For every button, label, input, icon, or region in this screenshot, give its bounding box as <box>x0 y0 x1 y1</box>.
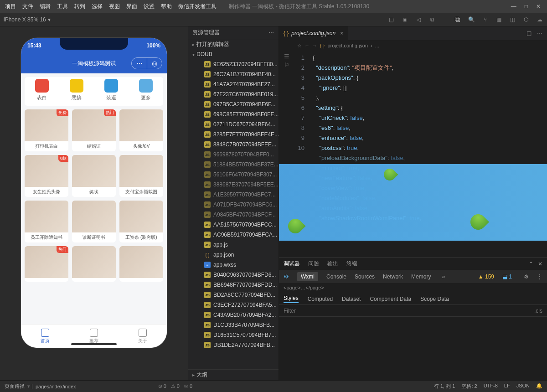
template-card[interactable]: 诊断证明书 <box>72 201 116 242</box>
file-item[interactable]: JS02711DC6707094BF64... <box>188 119 279 129</box>
file-item[interactable]: JSapp.js <box>188 240 279 250</box>
page-path-label[interactable]: 页面路径 <box>5 383 25 390</box>
tablet-icon[interactable]: ▢ <box>387 16 395 23</box>
status-item[interactable]: 行 1, 列 1 <box>434 383 455 390</box>
more-tabs-icon[interactable]: » <box>442 273 445 280</box>
file-item[interactable]: JSDB1DE2A7707094BFB... <box>188 340 279 350</box>
menu-编辑[interactable]: 编辑 <box>36 0 54 13</box>
file-item[interactable]: JS67F237C6707094BF019... <box>188 89 279 99</box>
debug-tab[interactable]: 终端 <box>346 260 357 268</box>
category-item[interactable]: 表白 <box>35 79 49 101</box>
mute-icon[interactable]: ◁ <box>415 16 422 23</box>
style-tab[interactable]: Component Data <box>370 296 411 302</box>
extensions-icon[interactable]: ▦ <box>495 16 502 23</box>
devtool-tab[interactable]: Console <box>326 273 346 280</box>
menu-界面[interactable]: 界面 <box>123 0 140 13</box>
editor-tab-active[interactable]: { } project.config.json × <box>279 26 348 40</box>
file-item[interactable]: JSD1CD33B4707094BFB... <box>188 320 279 330</box>
style-tab[interactable]: Scope Data <box>420 296 449 302</box>
menu-项目[interactable]: 项目 <box>2 0 19 13</box>
outline-section[interactable]: ▸大纲 <box>188 369 279 380</box>
devtool-tab[interactable]: Network <box>383 273 403 280</box>
kebab-icon[interactable]: ⋮ <box>537 273 542 280</box>
devtool-tab[interactable]: Sources <box>355 273 375 280</box>
debug-tab[interactable]: 调试器 <box>284 260 300 268</box>
category-item[interactable]: 恶搞 <box>70 79 83 101</box>
back-icon[interactable]: ← <box>304 43 310 48</box>
debug-tab[interactable]: 输出 <box>327 260 338 268</box>
search-icon[interactable]: 🔍 <box>468 16 475 23</box>
file-item[interactable]: JS097B5CA2707094BF6F... <box>188 99 279 109</box>
capsule-close-icon[interactable]: ◎ <box>147 57 162 69</box>
maximize-icon[interactable]: □ <box>525 3 528 10</box>
fold-icon[interactable]: ☰ <box>284 53 289 60</box>
file-item[interactable]: JSD16531C5707094BFB7... <box>188 330 279 340</box>
file-item[interactable]: JSA1E39597707094BFC7... <box>188 190 279 200</box>
minimize-icon[interactable]: — <box>511 3 516 10</box>
chevron-up-icon[interactable]: ⌃ <box>529 261 533 267</box>
template-card[interactable]: 头像加V <box>119 109 163 151</box>
open-editors-section[interactable]: ▸打开的编辑器 <box>188 39 279 49</box>
menu-视图[interactable]: 视图 <box>106 0 123 13</box>
cls-button[interactable]: .cls <box>534 308 542 314</box>
file-item[interactable]: JS698C85F7707094BF0FE... <box>188 109 279 119</box>
template-card[interactable]: 支付宝余额截图 <box>119 155 163 197</box>
menu-设置[interactable]: 设置 <box>140 0 158 13</box>
debug-tab[interactable]: 问题 <box>308 260 319 268</box>
menu-工具[interactable]: 工具 <box>54 0 71 13</box>
category-item[interactable]: 更多 <box>139 79 153 101</box>
template-card[interactable]: 员工开除通知书 <box>25 201 68 242</box>
tab-close-icon[interactable]: × <box>340 30 343 36</box>
warning-icon[interactable]: ⚠ 0 <box>171 383 180 389</box>
file-item[interactable]: JS8285E7E7707094BFE4E... <box>188 129 279 139</box>
bookmark-icon[interactable]: ☆ <box>297 43 302 49</box>
template-card[interactable] <box>119 246 163 282</box>
template-card[interactable] <box>72 246 116 282</box>
file-item[interactable]: JSB040C963707094BFD6... <box>188 270 279 280</box>
status-item[interactable]: JSON <box>516 383 530 390</box>
bell-icon[interactable]: 🔔 <box>536 383 542 390</box>
tabbar-item[interactable]: 推荐 <box>89 329 98 344</box>
file-item[interactable]: JSBD2A8CC7707094BFD... <box>188 290 279 300</box>
template-card[interactable]: 奖状 <box>72 155 116 197</box>
devtool-tab[interactable]: Wxml <box>297 272 318 281</box>
inspect-icon[interactable]: ⯐ <box>284 273 289 280</box>
panel-close-icon[interactable]: ✕ <box>538 261 542 267</box>
template-card[interactable]: 免费打印机表白 <box>25 109 68 151</box>
more-icon[interactable]: ⋯ <box>537 30 542 36</box>
status-item[interactable]: 空格: 2 <box>461 383 477 390</box>
file-item[interactable]: JS388687E3707094BF5EE... <box>188 180 279 190</box>
capsule-menu-icon[interactable]: ⋯ <box>131 57 147 69</box>
breadcrumb[interactable]: ☆ ← → { } project.config.json›... <box>279 40 547 51</box>
record-icon[interactable]: ◉ <box>401 16 408 23</box>
warning-badge[interactable]: ▲ 159 <box>478 273 494 280</box>
file-item[interactable]: { }app.json <box>188 250 279 260</box>
style-tab[interactable]: Dataset <box>342 296 361 302</box>
split-icon[interactable]: ◫ <box>526 30 532 36</box>
template-card[interactable]: 工资条 (装穷版) <box>119 201 163 242</box>
file-item[interactable]: ≡app.wxss <box>188 260 279 270</box>
menu-微信开发者工具[interactable]: 微信开发者工具 <box>175 0 220 13</box>
status-item[interactable]: UTF-8 <box>484 383 498 390</box>
file-item[interactable]: JS26C7A1B7707094BF40... <box>188 69 279 79</box>
file-item[interactable]: JSAA515756707094BFCC... <box>188 220 279 230</box>
file-item[interactable]: JS56106F64707094BF307... <box>188 170 279 180</box>
info-badge[interactable]: ⬓ 1 <box>502 273 512 280</box>
more-icon[interactable]: ⋯ <box>268 30 274 36</box>
menu-选择[interactable]: 选择 <box>88 0 106 13</box>
style-tab[interactable]: Styles <box>284 295 299 303</box>
file-item[interactable]: JS8848C7B0707094BFEE... <box>188 139 279 150</box>
file-item[interactable]: JSA071DFB4707094BFC6... <box>188 200 279 210</box>
message-icon[interactable]: ✉ 0 <box>184 383 192 389</box>
menu-转到[interactable]: 转到 <box>71 0 88 13</box>
folder-doub[interactable]: ▾DOUB <box>188 49 279 59</box>
error-icon[interactable]: ⊘ 0 <box>158 383 166 389</box>
close-icon[interactable]: ✕ <box>536 3 541 10</box>
forward-icon[interactable]: → <box>312 43 317 48</box>
wxml-tree[interactable]: <page>…</page> <box>279 283 547 293</box>
devtool-tab[interactable]: Memory <box>411 273 431 280</box>
gear-icon[interactable]: ⚙ <box>524 273 529 280</box>
file-item[interactable]: JSC43A9B20707094BFA2... <box>188 310 279 320</box>
menu-文件[interactable]: 文件 <box>19 0 36 13</box>
file-item[interactable]: JS41A7A274707094BF27... <box>188 79 279 89</box>
